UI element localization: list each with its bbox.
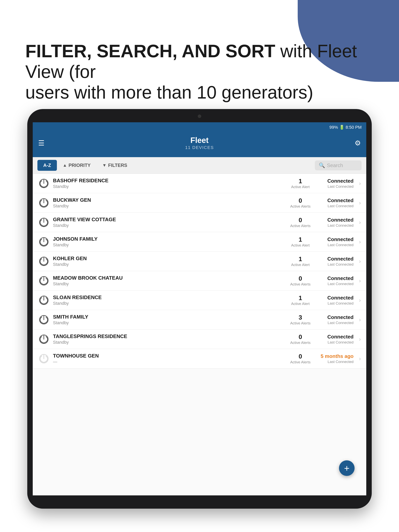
current-time: 8:50 PM [346, 125, 362, 130]
device-name-wrap: SMITH FAMILY Standby [53, 314, 286, 325]
alerts-label: Active Alerts [290, 282, 311, 286]
connection-time: Last Connected [315, 321, 354, 325]
device-name: TANGLESPRINGS RESIDENCE [53, 333, 286, 339]
device-status: Standby [53, 184, 286, 189]
device-name: MEADOW BROOK CHATEAU [53, 275, 286, 281]
add-device-fab[interactable]: + [339, 460, 354, 476]
alerts-label: Active Alerts [290, 224, 311, 228]
power-icon [39, 198, 49, 208]
connection-time: Last Connected [315, 360, 354, 364]
fab-icon: + [344, 463, 349, 474]
power-icon-wrap [38, 314, 50, 325]
power-icon [39, 237, 49, 247]
connection-status: 5 months ago [315, 353, 354, 359]
device-row[interactable]: SMITH FAMILY Standby 3 Active Alerts Con… [33, 310, 366, 329]
alerts-wrap: 1 Active Alert [290, 294, 311, 306]
connection-wrap: Connected Last Connected [315, 256, 354, 266]
alerts-wrap: 0 Active Alerts [290, 216, 311, 228]
connection-status: Connected [315, 197, 354, 203]
alerts-wrap: 1 Active Alert [290, 177, 311, 189]
sort-priority-label: PRIORITY [69, 163, 90, 168]
power-icon-wrap [38, 256, 50, 267]
filter-icon: ▼ [102, 163, 107, 168]
alerts-label: Active Alerts [290, 204, 311, 209]
connection-wrap: Connected Last Connected [315, 197, 354, 208]
sort-az-label: A-Z [43, 163, 51, 168]
device-name-wrap: BASHOFF RESIDENCE Standby [53, 177, 286, 189]
power-icon-wrap [38, 295, 50, 306]
tablet-camera [198, 114, 201, 118]
power-icon [39, 334, 49, 344]
device-name-wrap: SLOAN RESIDENCE Standby [53, 294, 286, 306]
power-icon [39, 178, 49, 189]
connection-time: Last Connected [315, 262, 354, 266]
alerts-label: Active Alert [290, 243, 311, 247]
device-name-wrap: GRANITE VIEW COTTAGE Standby [53, 216, 286, 228]
device-name-wrap: KOHLER GEN Standby [53, 255, 286, 267]
alerts-wrap: 0 Active Alerts [290, 333, 311, 345]
device-status: Standby [53, 340, 286, 345]
power-icon-wrap [38, 217, 50, 228]
status-bar: 99% 🔋 8:50 PM [33, 122, 366, 133]
device-name-wrap: TOWNHOUSE GEN — [53, 353, 286, 364]
device-row[interactable]: TANGLESPRINGS RESIDENCE Standby 0 Active… [33, 329, 366, 349]
search-icon: 🔍 [319, 162, 325, 168]
connection-wrap: Connected Last Connected [315, 275, 354, 286]
sort-az-button[interactable]: A-Z [37, 160, 57, 171]
power-icon-wrap [38, 197, 50, 209]
sort-priority-button[interactable]: ▲ PRIORITY [57, 160, 97, 171]
connection-status: Connected [315, 217, 354, 223]
device-name-wrap: BUCKWAY GEN Standby [53, 197, 286, 209]
device-status: Standby [53, 223, 286, 228]
app-header: ☰ Fleet 11 DEVICES ⚙ [33, 133, 366, 157]
chevron-right-icon: › [359, 317, 361, 323]
connection-time: Last Connected [315, 204, 354, 208]
power-icon-wrap [38, 236, 50, 247]
connection-time: Last Connected [315, 223, 354, 228]
connection-time: Last Connected [315, 243, 354, 247]
device-name: JOHNSON FAMILY [53, 236, 286, 242]
alerts-wrap: 1 Active Alert [290, 255, 311, 267]
device-row[interactable]: TOWNHOUSE GEN — 0 Active Alerts 5 months… [33, 349, 366, 368]
heading-bold: FILTER, SEARCH, AND SORT [25, 41, 275, 61]
connection-status: Connected [315, 275, 354, 281]
device-name: SLOAN RESIDENCE [53, 294, 286, 300]
alerts-count: 1 [290, 294, 311, 302]
device-row[interactable]: MEADOW BROOK CHATEAU Standby 0 Active Al… [33, 271, 366, 291]
device-status: Standby [53, 320, 286, 325]
device-row[interactable]: SLOAN RESIDENCE Standby 1 Active Alert C… [33, 291, 366, 310]
hamburger-icon[interactable]: ☰ [38, 140, 45, 147]
connection-time: Last Connected [315, 282, 354, 286]
chevron-right-icon: › [359, 336, 361, 342]
connection-status: Connected [315, 295, 354, 301]
power-icon [39, 354, 49, 364]
device-row[interactable]: BASHOFF RESIDENCE Standby 1 Active Alert… [33, 174, 366, 193]
device-status: Standby [53, 281, 286, 286]
alerts-count: 3 [290, 314, 311, 321]
device-list: BASHOFF RESIDENCE Standby 1 Active Alert… [33, 174, 366, 495]
chevron-right-icon: › [359, 278, 361, 284]
status-bar-info: 99% 🔋 8:50 PM [329, 125, 362, 130]
chevron-right-icon: › [359, 219, 361, 226]
alerts-label: Active Alert [290, 185, 311, 189]
gear-icon[interactable]: ⚙ [354, 139, 361, 147]
tablet-frame: 99% 🔋 8:50 PM ☰ Fleet 11 DEVICES ⚙ A-Z [27, 109, 372, 509]
tablet-screen: 99% 🔋 8:50 PM ☰ Fleet 11 DEVICES ⚙ A-Z [33, 122, 366, 495]
device-row[interactable]: KOHLER GEN Standby 1 Active Alert Connec… [33, 252, 366, 271]
device-row[interactable]: JOHNSON FAMILY Standby 1 Active Alert Co… [33, 232, 366, 252]
device-row[interactable]: BUCKWAY GEN Standby 0 Active Alerts Conn… [33, 193, 366, 213]
app-subtitle: 11 DEVICES [185, 145, 214, 150]
search-wrap[interactable]: 🔍 Search [315, 160, 362, 170]
device-status: Standby [53, 203, 286, 209]
chevron-right-icon: › [359, 239, 361, 245]
alerts-label: Active Alerts [290, 360, 311, 364]
app-title: Fleet [185, 136, 214, 145]
power-icon-wrap [38, 353, 50, 364]
filters-button[interactable]: ▼ FILTERS [97, 160, 133, 171]
device-name: TOWNHOUSE GEN [53, 353, 286, 359]
connection-wrap: Connected Last Connected [315, 295, 354, 305]
heading-line2: users with more than 10 generators) [25, 82, 374, 103]
device-row[interactable]: GRANITE VIEW COTTAGE Standby 0 Active Al… [33, 213, 366, 232]
alerts-wrap: 3 Active Alerts [290, 314, 311, 325]
chevron-right-icon: › [359, 258, 361, 265]
